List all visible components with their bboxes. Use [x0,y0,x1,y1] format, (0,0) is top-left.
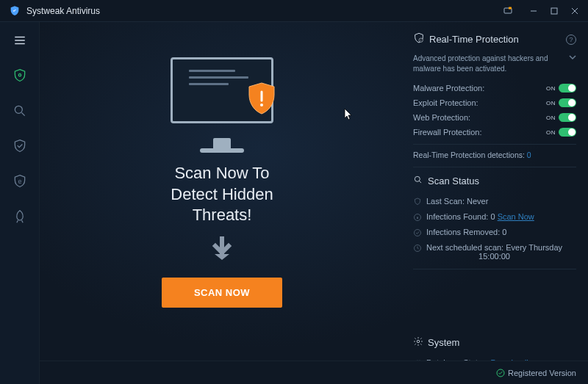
main-content: Scan Now To Detect Hidden Threats! SCAN … [40,22,588,384]
title-bar: Systweak Antivirus [0,0,588,22]
clock-icon [413,244,422,254]
monitor-illustration [171,57,273,138]
sidebar-boost-icon[interactable] [7,204,32,229]
toggle-exploit: Exploit Protection: ON [413,95,576,110]
info-icon [413,213,422,223]
svg-point-3 [18,74,21,76]
svg-point-13 [417,340,420,343]
close-button[interactable] [566,2,584,20]
app-logo-icon [9,5,21,17]
check-icon [496,369,505,377]
help-icon[interactable]: ? [566,35,576,45]
realtime-section: i Real-Time Protection ? Advanced protec… [413,32,576,167]
detections-row: Real-Time Protection detections: 0 [413,144,576,161]
app-title: Systweak Antivirus [26,6,100,16]
sidebar-scan-icon[interactable] [7,98,32,123]
toggle-firewall: Firewall Protection: ON [413,125,576,140]
scan-status-icon [413,175,423,187]
sidebar-protection-icon[interactable] [7,134,32,159]
maximize-button[interactable] [545,2,563,20]
sidebar-quarantine-icon[interactable]: e [7,169,32,194]
svg-rect-2 [551,8,557,14]
shield-small-icon [413,198,422,208]
toggle-malware: Malware Protection: ON [413,81,576,95]
realtime-subtitle: Advanced protection against hackers and … [413,54,564,73]
realtime-shield-icon: i [413,32,425,46]
hero-section: Scan Now To Detect Hidden Threats! SCAN … [40,22,404,384]
side-panel: i Real-Time Protection ? Advanced protec… [404,22,588,384]
sidebar: e [0,22,40,384]
minimize-button[interactable] [525,2,542,20]
notification-icon[interactable] [500,4,516,18]
scan-now-button[interactable]: SCAN NOW [162,278,282,308]
hero-heading: Scan Now To Detect Hidden Threats! [171,163,273,226]
menu-icon[interactable] [7,28,32,53]
svg-rect-1 [509,7,512,9]
svg-point-11 [415,230,421,236]
exploit-toggle[interactable] [559,98,576,107]
registered-label: Registered Version [508,369,576,377]
arrow-down-icon [212,236,232,264]
warning-shield-icon [246,81,277,117]
check-circle-icon [413,228,422,239]
realtime-title: Real-Time Protection [429,34,519,45]
toggle-web: Web Protection: ON [413,110,576,125]
firewall-toggle[interactable] [559,128,576,137]
scan-now-link[interactable]: Scan Now [498,212,534,221]
malware-toggle[interactable] [559,84,576,93]
web-toggle[interactable] [559,113,576,122]
footer: Registered Version [40,361,588,384]
svg-text:e: e [18,178,21,185]
gear-icon [413,336,423,349]
sidebar-home-shield-icon[interactable] [7,63,32,88]
svg-point-4 [15,106,22,113]
chevron-down-icon[interactable] [569,54,576,64]
scan-status-title: Scan Status [428,175,479,186]
system-title: System [428,337,459,348]
svg-text:i: i [420,38,421,42]
svg-point-6 [260,104,263,106]
scan-status-section: Scan Status Last Scan: Never Infections … [413,175,576,269]
